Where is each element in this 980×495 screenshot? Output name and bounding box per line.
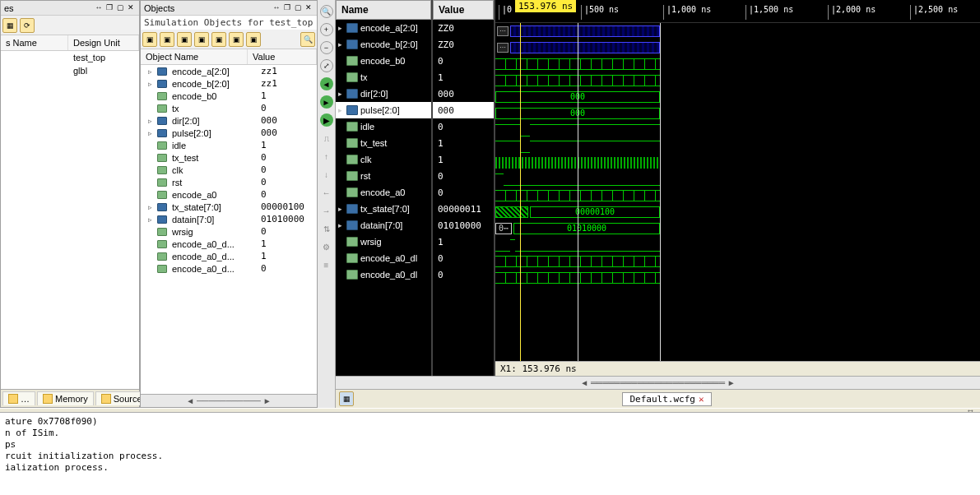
wave-value-row[interactable]: 00000011 [433, 201, 494, 217]
wave-value-row[interactable]: 0 [433, 250, 494, 266]
wave-signal-row[interactable]: ▸tx [336, 69, 431, 86]
wave-value-row[interactable]: 01010000 [433, 217, 494, 234]
col-name[interactable]: s Name [1, 35, 68, 50]
wave-value-row[interactable]: 1 [433, 135, 494, 151]
wave-signal-row[interactable]: ▸encode_a0_dl [336, 250, 431, 266]
wave-canvas[interactable]: ⋯⋯000000000001000⋯01010000 [495, 23, 980, 361]
cursor-line[interactable] [520, 23, 521, 361]
tb-icon[interactable]: ▣ [229, 32, 244, 47]
tb-icon-search[interactable]: 🔍 [300, 32, 315, 47]
object-row[interactable]: ▹ rst 0 [141, 176, 317, 188]
wave-value-row[interactable]: 0 [433, 184, 494, 201]
tb-icon[interactable]: ▣ [142, 32, 157, 47]
tab-memory[interactable]: Memory [37, 391, 94, 405]
close-icon[interactable]: ✕ [304, 3, 314, 13]
wave-signal-row[interactable]: ▸wrsig [336, 234, 431, 250]
object-row[interactable]: ▹ idle 1 [141, 139, 317, 151]
wave-signal-row[interactable]: ▸encode_b0 [336, 53, 431, 69]
zoom-out-icon[interactable]: − [320, 41, 333, 54]
expand-icon[interactable]: ▸ [338, 106, 345, 114]
object-row[interactable]: ▹ tx_test 0 [141, 151, 317, 164]
wave-signal-row[interactable]: ▸tx_state[7:0] [336, 201, 431, 217]
wave-signal-row[interactable]: ▸dir[2:0] [336, 86, 431, 102]
expand-icon[interactable]: ▸ [338, 205, 345, 213]
object-row[interactable]: ▹ tx 0 [141, 102, 317, 114]
wave-file-tab[interactable]: Default.wcfg ✕ [622, 392, 711, 406]
console-output[interactable]: ature 0x7708f090) n of ISim. ps rcuit in… [0, 413, 980, 495]
object-row[interactable]: ▹ clk 0 [141, 164, 317, 176]
tab-unknown[interactable]: … [2, 391, 35, 405]
wave-value-row[interactable]: 0 [433, 53, 494, 69]
tb-icon[interactable]: ▣ [160, 32, 174, 47]
wave-signal-row[interactable]: ▸pulse[2:0] [336, 102, 431, 118]
maximize-icon[interactable]: ▢ [115, 3, 125, 13]
col-object-value[interactable]: Value [248, 49, 317, 64]
run-icon[interactable]: ▶ [320, 113, 333, 127]
wave-signal-row[interactable]: ▸encode_a0 [336, 184, 431, 201]
wave-signal-row[interactable]: ▸datain[7:0] [336, 217, 431, 234]
tb-icon[interactable]: ▣ [211, 32, 226, 47]
prev-icon[interactable]: ◄ [320, 77, 333, 90]
instance-row[interactable]: test_top [1, 51, 139, 64]
object-row[interactable]: ▹ datain[7:0] 01010000 [141, 213, 317, 225]
swap-icon[interactable]: ⇅ [320, 222, 333, 235]
tb-icon[interactable]: ▣ [194, 32, 209, 47]
wave-signal-row[interactable]: ▸rst [336, 168, 431, 184]
restore-icon[interactable]: ❐ [105, 3, 114, 13]
expand-icon[interactable]: ▸ [338, 24, 345, 32]
wave-value-row[interactable]: ZZ0 [433, 36, 494, 53]
close-tab-icon[interactable]: ✕ [699, 394, 704, 405]
wave-signal-row[interactable]: ▸clk [336, 151, 431, 168]
wave-file-icon[interactable]: ▦ [339, 391, 354, 406]
config-icon[interactable]: ⚙ [320, 240, 333, 253]
zoom-in-icon[interactable]: + [320, 23, 333, 36]
tb-icon-2[interactable]: ⟳ [20, 18, 35, 33]
wave-signal-row[interactable]: ▸idle [336, 118, 431, 135]
arrow-icon[interactable]: ↔ [272, 3, 281, 13]
object-row[interactable]: ▹ encode_a0 0 [141, 188, 317, 201]
object-row[interactable]: ▹ encode_a0_d... 0 [141, 262, 317, 275]
wave-value-row[interactable]: 1 [433, 151, 494, 168]
object-row[interactable]: ▹ pulse[2:0] 000 [141, 127, 317, 139]
arrow-icon[interactable]: ↔ [94, 3, 104, 13]
down-icon[interactable]: ↓ [320, 168, 333, 181]
object-row[interactable]: ▹ encode_a0_d... 1 [141, 238, 317, 250]
wave-hscroll[interactable]: ◄ ═══════════════════════ ► [336, 376, 980, 389]
object-row[interactable]: ▹ tx_state[7:0] 00000100 [141, 201, 317, 213]
object-row[interactable]: ▹ wrsig 0 [141, 225, 317, 238]
instance-row[interactable]: glbl [1, 64, 139, 77]
expand-icon[interactable]: ▹ [146, 203, 154, 211]
expand-icon[interactable]: ▹ [146, 67, 154, 76]
restore-icon[interactable]: ❐ [282, 3, 292, 13]
wave-signal-row[interactable]: ▸encode_b[2:0] [336, 36, 431, 53]
tb-icon[interactable]: ▣ [177, 32, 192, 47]
tb-icon-1[interactable]: ▦ [2, 18, 17, 33]
expand-icon[interactable]: ▹ [146, 129, 154, 137]
marker-icon[interactable]: ⎍ [320, 132, 333, 145]
expand-icon[interactable]: ▹ [146, 117, 154, 125]
zoom-icon[interactable]: 🔍 [320, 5, 333, 18]
wave-value-row[interactable]: 0 [433, 168, 494, 184]
maximize-icon[interactable]: ▢ [293, 3, 303, 13]
wave-value-header[interactable]: Value [433, 0, 494, 20]
wave-value-row[interactable]: 000 [433, 102, 494, 118]
expand-icon[interactable]: ▸ [338, 90, 345, 98]
wave-name-header[interactable]: Name [336, 0, 431, 20]
expand-icon[interactable]: ▹ [146, 215, 154, 224]
object-row[interactable]: ▹ encode_b[2:0] zz1 [141, 77, 317, 90]
expand-icon[interactable]: ▹ [146, 80, 154, 88]
wave-value-row[interactable]: 1 [433, 234, 494, 250]
wave-signal-row[interactable]: ▸encode_a0_dl [336, 266, 431, 283]
object-row[interactable]: ▹ encode_b0 1 [141, 90, 317, 102]
wave-value-row[interactable]: 1 [433, 69, 494, 86]
left-icon[interactable]: ← [320, 186, 333, 199]
object-row[interactable]: ▹ encode_a0_d... 1 [141, 250, 317, 262]
up-icon[interactable]: ↑ [320, 150, 333, 163]
resize-separator[interactable] [0, 408, 980, 413]
next-icon[interactable]: ► [320, 95, 333, 109]
tb-icon[interactable]: ▣ [246, 32, 261, 47]
zoom-fit-icon[interactable]: ⤢ [320, 59, 333, 72]
right-icon[interactable]: → [320, 204, 333, 217]
object-row[interactable]: ▹ dir[2:0] 000 [141, 114, 317, 127]
object-row[interactable]: ▹ encode_a[2:0] zz1 [141, 65, 317, 77]
